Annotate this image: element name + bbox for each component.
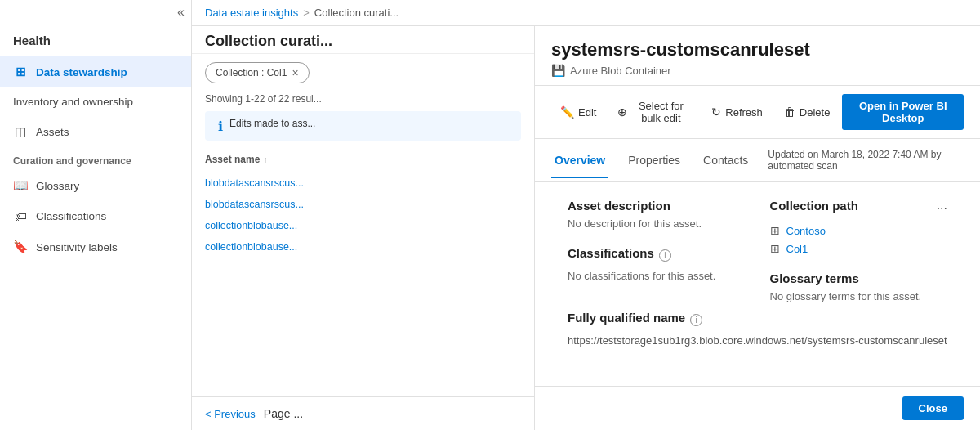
sidebar-health-label: Health: [0, 25, 191, 56]
detail-content: Asset description No description for thi…: [535, 182, 980, 386]
collection-path-header: Collection path ···: [770, 199, 948, 217]
tab-meta-updated: Updated on March 18, 2022 7:40 AM by aut…: [768, 139, 964, 181]
glossary-terms-title: Glossary terms: [770, 271, 948, 285]
sidebar: « Health ⊞ Data stewardship Inventory an…: [0, 0, 192, 430]
list-item: blobdatascansrscus...: [192, 194, 534, 215]
asset-list-header: Asset name ↑: [192, 147, 534, 172]
contoso-link[interactable]: Contoso: [786, 225, 826, 237]
sort-arrow-icon: ↑: [263, 155, 267, 164]
sidebar-item-data-stewardship[interactable]: ⊞ Data stewardship: [0, 56, 191, 87]
classifications-title: Classifications: [568, 246, 654, 260]
fqn-title-row: Fully qualified name i: [568, 311, 947, 329]
trash-icon: 🗑: [784, 105, 795, 119]
list-bottom: < Previous Page ...: [192, 396, 534, 430]
left-column: Asset description No description for thi…: [568, 199, 746, 302]
collection-icon-contoso: ⊞: [770, 224, 780, 237]
book-icon: 📖: [13, 178, 28, 193]
results-count: Showing 1-22 of 22 resul...: [192, 92, 534, 111]
middle-content: Collection curati... Collection : Col1 ×…: [192, 26, 980, 430]
collection-path-col1: ⊞ Col1: [770, 242, 948, 255]
asset-link[interactable]: collectionblobause...: [205, 220, 499, 231]
list-item: collectionblobause...: [192, 236, 534, 258]
glossary-terms-value: No glossary terms for this asset.: [770, 290, 948, 302]
breadcrumb-item1[interactable]: Data estate insights: [205, 7, 298, 19]
col1-link[interactable]: Col1: [786, 243, 808, 255]
classifications-info-icon[interactable]: i: [659, 249, 671, 262]
content-grid: Asset description No description for thi…: [551, 182, 964, 311]
sidebar-collapse-area: «: [0, 0, 191, 25]
sidebar-item-glossary[interactable]: 📖 Glossary: [0, 170, 191, 201]
fqn-info-icon[interactable]: i: [690, 314, 702, 326]
tab-contacts[interactable]: Contacts: [700, 144, 751, 178]
fqn-value: https://teststorage1sub1rg3.blob.core.wi…: [568, 334, 947, 347]
asset-name-column[interactable]: Asset name ↑: [205, 154, 521, 165]
collection-title: Collection curati...: [192, 26, 534, 54]
asset-title: systemsrs-customscanruleset: [551, 39, 964, 60]
asset-link[interactable]: collectionblobause...: [205, 241, 499, 253]
glossary-terms-section: Glossary terms No glossary terms for thi…: [770, 271, 948, 302]
refresh-icon: ↻: [711, 105, 721, 119]
collection-path-contoso: ⊞ Contoso: [770, 224, 948, 237]
asset-description-title: Asset description: [568, 199, 746, 213]
curation-section-label: Curation and governance: [0, 147, 191, 170]
breadcrumb: Data estate insights > Collection curati…: [192, 0, 980, 26]
grid-icon: ⊞: [13, 65, 28, 79]
fqn-section: Fully qualified name i https://teststora…: [551, 311, 964, 363]
list-panel: Collection curati... Collection : Col1 ×…: [192, 26, 535, 430]
info-icon: ℹ: [218, 119, 223, 134]
collection-path-more-button[interactable]: ···: [937, 201, 947, 216]
collection-path-section: Collection path ··· ⊞ Contoso ⊞ Col1: [770, 199, 948, 255]
sidebar-collapse-button[interactable]: «: [177, 5, 185, 20]
fqn-title: Fully qualified name: [568, 311, 685, 325]
asset-link[interactable]: blobdatascansrscus...: [205, 177, 499, 189]
asset-description-value: No description for this asset.: [568, 217, 746, 230]
sidebar-item-sensitivity-labels[interactable]: 🔖 Sensitivity labels: [0, 231, 191, 262]
page-info: Page ...: [264, 407, 303, 420]
asset-subtitle: 💾 Azure Blob Container: [551, 64, 964, 77]
edit-button[interactable]: ✏️ Edit: [551, 101, 605, 123]
filter-tag-close[interactable]: ×: [292, 66, 298, 79]
right-column: Collection path ··· ⊞ Contoso ⊞ Col1: [770, 199, 948, 302]
detail-panel: systemsrs-customscanruleset 💾 Azure Blob…: [535, 26, 980, 430]
detail-bottom: Close: [535, 386, 980, 430]
classifications-title-row: Classifications i: [568, 246, 746, 265]
breadcrumb-separator: >: [303, 7, 310, 19]
refresh-button[interactable]: ↻ Refresh: [702, 101, 772, 123]
classifications-section: Classifications i No classifications for…: [568, 246, 746, 282]
filter-tag[interactable]: Collection : Col1 ×: [205, 62, 310, 83]
edit-icon: ✏️: [560, 105, 574, 119]
collection-icon-col1: ⊞: [770, 242, 780, 255]
delete-button[interactable]: 🗑 Delete: [775, 101, 840, 123]
bulk-edit-button[interactable]: ⊕ Select for bulk edit: [608, 95, 699, 129]
sidebar-item-classifications[interactable]: 🏷 Classifications: [0, 201, 191, 231]
previous-button[interactable]: < Previous: [205, 408, 256, 420]
collection-path-title: Collection path: [770, 199, 858, 213]
toolbar: ✏️ Edit ⊕ Select for bulk edit ↻ Refresh…: [535, 86, 980, 139]
close-button[interactable]: Close: [902, 396, 964, 420]
tabs: Overview Properties Contacts Updated on …: [535, 139, 980, 182]
plus-circle-icon: ⊕: [617, 105, 627, 119]
open-power-bi-button[interactable]: Open in Power BI Desktop: [842, 94, 964, 130]
blob-icon: 💾: [551, 64, 565, 77]
pagination: < Previous Page ...: [192, 396, 534, 430]
asset-link[interactable]: blobdatascansrscus...: [205, 199, 499, 210]
main-content: Data estate insights > Collection curati…: [192, 0, 980, 430]
tab-overview[interactable]: Overview: [551, 144, 608, 178]
breadcrumb-item2: Collection curati...: [314, 7, 399, 19]
assets-icon: ◫: [13, 124, 28, 139]
sidebar-item-assets[interactable]: ◫ Assets: [0, 116, 191, 147]
info-bar: ℹ Edits made to ass...: [205, 111, 521, 141]
label-icon: 🔖: [13, 240, 28, 254]
asset-list: blobdatascansrscus... blobdatascansrscus…: [192, 172, 534, 258]
asset-description-section: Asset description No description for thi…: [568, 199, 746, 230]
tag-icon: 🏷: [13, 209, 28, 223]
tab-properties[interactable]: Properties: [625, 144, 684, 178]
list-item: blobdatascansrscus...: [192, 172, 534, 194]
filter-bar: Collection : Col1 ×: [192, 54, 534, 92]
list-item: collectionblobause...: [192, 215, 534, 236]
classifications-value: No classifications for this asset.: [568, 270, 746, 282]
asset-header: systemsrs-customscanruleset 💾 Azure Blob…: [535, 26, 980, 86]
sidebar-item-inventory[interactable]: Inventory and ownership: [0, 87, 191, 116]
